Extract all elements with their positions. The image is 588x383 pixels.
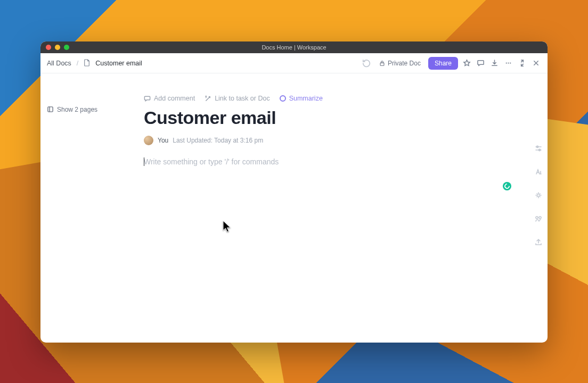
text-caret — [144, 157, 144, 166]
link-task-label: Link to task or Doc — [215, 95, 270, 102]
svg-point-7 — [536, 217, 538, 219]
window-title: Docs Home | Workspace — [40, 44, 548, 51]
avatar[interactable] — [144, 136, 153, 145]
download-icon[interactable] — [489, 58, 500, 69]
breadcrumb-current[interactable]: Customer email — [95, 60, 142, 67]
svg-rect-4 — [48, 107, 53, 112]
doc-body: Show 2 pages Add comment Link to task or… — [40, 73, 548, 343]
breadcrumb-separator: / — [77, 60, 78, 67]
editor-placeholder: Write something or type '/' for commands — [144, 157, 279, 166]
editor-input[interactable]: Write something or type '/' for commands — [144, 157, 493, 166]
svg-rect-0 — [380, 63, 384, 65]
breadcrumb-root[interactable]: All Docs — [47, 60, 71, 67]
svg-point-8 — [539, 217, 541, 219]
close-icon[interactable] — [530, 58, 541, 69]
privacy-toggle[interactable]: Private Doc — [375, 57, 425, 69]
show-pages-label: Show 2 pages — [57, 106, 97, 113]
grammarly-badge[interactable] — [503, 182, 511, 190]
right-rail — [533, 143, 544, 248]
relationships-icon[interactable] — [533, 213, 544, 224]
wand-icon — [205, 95, 211, 102]
page-title[interactable]: Customer email — [144, 107, 493, 128]
comment-icon[interactable] — [475, 58, 486, 69]
comment-bubble-icon — [144, 95, 151, 102]
svg-point-2 — [508, 62, 509, 63]
toolbar: All Docs / Customer email Private Doc Sh… — [40, 53, 548, 73]
share-button[interactable]: Share — [428, 57, 458, 70]
ai-sparkle-icon[interactable] — [533, 189, 544, 201]
lock-icon — [379, 60, 385, 66]
export-icon[interactable] — [533, 236, 544, 248]
svg-point-3 — [510, 62, 511, 63]
link-task-button[interactable]: Link to task or Doc — [205, 95, 270, 102]
author-name[interactable]: You — [158, 137, 168, 144]
svg-point-1 — [505, 62, 507, 63]
doc-action-row: Add comment Link to task or Doc Summariz… — [144, 95, 493, 102]
show-pages-toggle[interactable]: Show 2 pages — [47, 106, 97, 113]
doc-icon — [84, 59, 92, 67]
settings-sliders-icon[interactable] — [533, 143, 544, 154]
ai-icon — [280, 95, 286, 102]
add-comment-button[interactable]: Add comment — [144, 95, 195, 102]
pages-icon — [47, 106, 54, 113]
last-updated: Last Updated: Today at 3:16 pm — [173, 137, 263, 144]
summarize-label: Summarize — [289, 95, 323, 102]
doc-meta: You Last Updated: Today at 3:16 pm — [144, 136, 493, 145]
favorite-icon[interactable] — [461, 58, 472, 69]
typography-icon[interactable] — [533, 166, 544, 178]
app-window: Docs Home | Workspace All Docs / Custome… — [40, 41, 548, 343]
privacy-label: Private Doc — [388, 60, 421, 67]
left-sidebar: Show 2 pages — [40, 73, 142, 343]
summarize-button[interactable]: Summarize — [280, 95, 323, 102]
doc-content: Add comment Link to task or Doc Summariz… — [142, 73, 525, 343]
history-icon[interactable] — [361, 58, 372, 69]
add-comment-label: Add comment — [154, 95, 195, 102]
window-titlebar[interactable]: Docs Home | Workspace — [40, 41, 548, 53]
collapse-icon[interactable] — [517, 58, 527, 69]
more-icon[interactable] — [503, 58, 513, 69]
